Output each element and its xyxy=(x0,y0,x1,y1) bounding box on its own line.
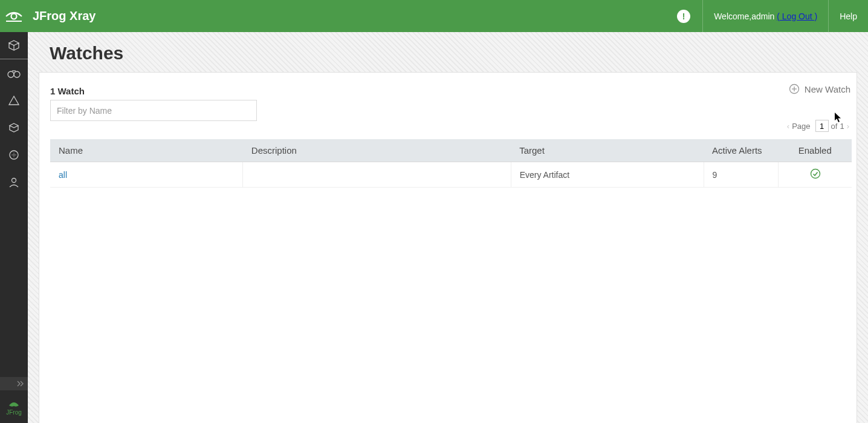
watches-table: Name Description Target Active Alerts En… xyxy=(50,139,852,188)
frog-icon xyxy=(7,398,21,408)
page-total: 1 xyxy=(840,122,844,131)
user-icon xyxy=(8,176,20,188)
svg-point-5 xyxy=(12,178,16,182)
topbar: JFrog Xray ! Welcome, admin ( Log Out ) … xyxy=(0,0,868,32)
pagination: ‹ Page of 1 › xyxy=(785,120,852,132)
col-header-active-alerts[interactable]: Active Alerts xyxy=(704,139,778,162)
cell-enabled xyxy=(779,162,852,188)
svg-point-9 xyxy=(811,169,820,179)
nav-item-home[interactable] xyxy=(0,32,28,59)
sidebar-footer-logo: JFrog xyxy=(0,390,28,423)
new-watch-label: New Watch xyxy=(805,84,850,94)
brand-title: JFrog Xray xyxy=(28,9,96,23)
eye-logo-icon xyxy=(5,9,23,24)
notification-badge[interactable]: ! xyxy=(677,10,690,23)
check-circle-icon xyxy=(810,168,821,179)
page-title: Watches xyxy=(28,32,868,72)
col-header-enabled[interactable]: Enabled xyxy=(779,139,852,162)
footer-label: JFrog xyxy=(6,409,22,416)
binoculars-icon xyxy=(7,68,21,79)
nav-item-admin[interactable] xyxy=(0,168,28,195)
watch-name-link[interactable]: all xyxy=(59,170,67,180)
page-prev-button[interactable]: ‹ xyxy=(785,122,792,131)
welcome-area: Welcome, admin ( Log Out ) xyxy=(702,0,828,32)
plus-circle-icon xyxy=(789,84,800,94)
page-next-button[interactable]: › xyxy=(844,122,852,131)
svg-point-3 xyxy=(14,71,20,77)
cell-target: Every Artifact xyxy=(511,162,704,188)
page-of-label: of xyxy=(831,122,838,131)
cell-description xyxy=(243,162,511,188)
svg-point-0 xyxy=(11,13,17,19)
new-watch-button[interactable]: New Watch xyxy=(789,84,852,94)
nav-item-components[interactable] xyxy=(0,114,28,141)
table-header-row: Name Description Target Active Alerts En… xyxy=(50,139,852,162)
cube-icon xyxy=(8,39,20,51)
nav-item-reports[interactable] xyxy=(0,141,28,168)
username: admin xyxy=(751,11,774,21)
brand-logo xyxy=(0,9,28,24)
page-current-input[interactable] xyxy=(815,120,829,132)
help-link[interactable]: Help xyxy=(828,0,868,32)
warning-icon xyxy=(8,94,20,107)
table-row[interactable]: all Every Artifact 9 xyxy=(50,162,852,188)
cell-active-alerts: 9 xyxy=(704,162,778,188)
col-header-target[interactable]: Target xyxy=(511,139,704,162)
sidebar-expand-button[interactable] xyxy=(0,377,28,390)
filter-by-name-input[interactable] xyxy=(50,100,257,121)
svg-point-2 xyxy=(8,71,14,77)
hand-icon xyxy=(8,149,20,161)
sidebar: JFrog xyxy=(0,32,28,423)
watch-count-label: 1 Watch xyxy=(50,86,257,96)
nav-item-alerts[interactable] xyxy=(0,87,28,114)
main-content: Watches 1 Watch New Watch ‹ xyxy=(28,32,868,423)
col-header-description[interactable]: Description xyxy=(243,139,511,162)
logout-link[interactable]: ( Log Out ) xyxy=(777,11,817,21)
box-icon xyxy=(8,122,20,134)
welcome-prefix: Welcome, xyxy=(714,11,751,21)
watches-panel: 1 Watch New Watch ‹ Page of 1 xyxy=(39,72,857,423)
nav-item-watches[interactable] xyxy=(0,59,28,87)
chevron-right-double-icon xyxy=(17,381,24,387)
col-header-name[interactable]: Name xyxy=(50,139,243,162)
page-label: Page xyxy=(792,122,810,131)
